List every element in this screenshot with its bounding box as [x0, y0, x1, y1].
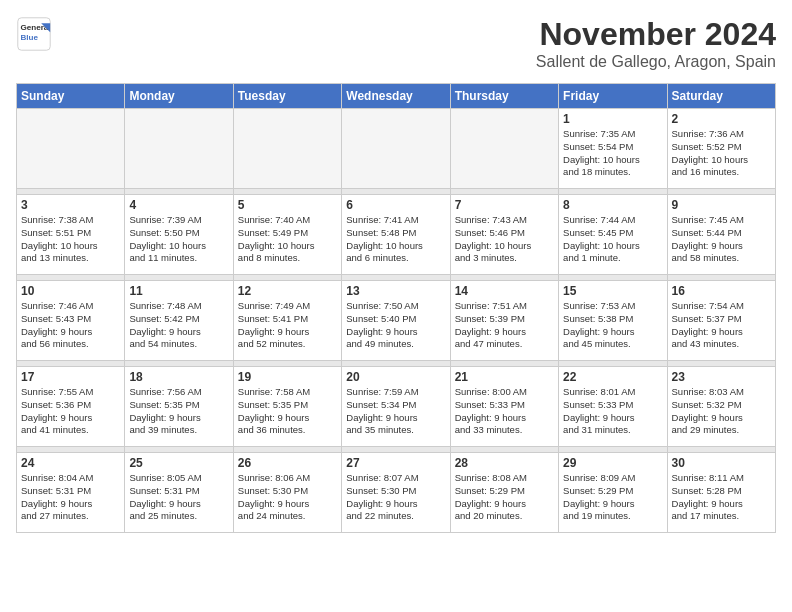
- table-row: 30Sunrise: 8:11 AM Sunset: 5:28 PM Dayli…: [667, 453, 775, 533]
- table-row: 17Sunrise: 7:55 AM Sunset: 5:36 PM Dayli…: [17, 367, 125, 447]
- day-info: Sunrise: 7:55 AM Sunset: 5:36 PM Dayligh…: [21, 386, 120, 437]
- header-sunday: Sunday: [17, 84, 125, 109]
- day-info: Sunrise: 7:45 AM Sunset: 5:44 PM Dayligh…: [672, 214, 771, 265]
- header-thursday: Thursday: [450, 84, 558, 109]
- header-monday: Monday: [125, 84, 233, 109]
- table-row: [342, 109, 450, 189]
- day-info: Sunrise: 8:05 AM Sunset: 5:31 PM Dayligh…: [129, 472, 228, 523]
- calendar-week-row: 17Sunrise: 7:55 AM Sunset: 5:36 PM Dayli…: [17, 367, 776, 447]
- day-number: 20: [346, 370, 445, 384]
- logo-icon: General Blue: [16, 16, 52, 52]
- table-row: [125, 109, 233, 189]
- day-info: Sunrise: 7:39 AM Sunset: 5:50 PM Dayligh…: [129, 214, 228, 265]
- day-info: Sunrise: 7:59 AM Sunset: 5:34 PM Dayligh…: [346, 386, 445, 437]
- day-number: 12: [238, 284, 337, 298]
- svg-text:Blue: Blue: [21, 33, 39, 42]
- header-wednesday: Wednesday: [342, 84, 450, 109]
- table-row: 16Sunrise: 7:54 AM Sunset: 5:37 PM Dayli…: [667, 281, 775, 361]
- day-info: Sunrise: 7:51 AM Sunset: 5:39 PM Dayligh…: [455, 300, 554, 351]
- title-area: November 2024 Sallent de Gallego, Aragon…: [536, 16, 776, 71]
- logo: General Blue: [16, 16, 52, 52]
- day-info: Sunrise: 7:41 AM Sunset: 5:48 PM Dayligh…: [346, 214, 445, 265]
- table-row: 3Sunrise: 7:38 AM Sunset: 5:51 PM Daylig…: [17, 195, 125, 275]
- day-info: Sunrise: 7:56 AM Sunset: 5:35 PM Dayligh…: [129, 386, 228, 437]
- header-friday: Friday: [559, 84, 667, 109]
- table-row: 8Sunrise: 7:44 AM Sunset: 5:45 PM Daylig…: [559, 195, 667, 275]
- calendar-week-row: 24Sunrise: 8:04 AM Sunset: 5:31 PM Dayli…: [17, 453, 776, 533]
- table-row: 5Sunrise: 7:40 AM Sunset: 5:49 PM Daylig…: [233, 195, 341, 275]
- day-number: 6: [346, 198, 445, 212]
- table-row: 6Sunrise: 7:41 AM Sunset: 5:48 PM Daylig…: [342, 195, 450, 275]
- calendar-header-row: Sunday Monday Tuesday Wednesday Thursday…: [17, 84, 776, 109]
- day-number: 25: [129, 456, 228, 470]
- day-number: 15: [563, 284, 662, 298]
- table-row: 20Sunrise: 7:59 AM Sunset: 5:34 PM Dayli…: [342, 367, 450, 447]
- table-row: 2Sunrise: 7:36 AM Sunset: 5:52 PM Daylig…: [667, 109, 775, 189]
- table-row: 13Sunrise: 7:50 AM Sunset: 5:40 PM Dayli…: [342, 281, 450, 361]
- calendar: Sunday Monday Tuesday Wednesday Thursday…: [16, 83, 776, 533]
- day-info: Sunrise: 7:44 AM Sunset: 5:45 PM Dayligh…: [563, 214, 662, 265]
- calendar-week-row: 10Sunrise: 7:46 AM Sunset: 5:43 PM Dayli…: [17, 281, 776, 361]
- table-row: 14Sunrise: 7:51 AM Sunset: 5:39 PM Dayli…: [450, 281, 558, 361]
- table-row: 21Sunrise: 8:00 AM Sunset: 5:33 PM Dayli…: [450, 367, 558, 447]
- table-row: 1Sunrise: 7:35 AM Sunset: 5:54 PM Daylig…: [559, 109, 667, 189]
- day-info: Sunrise: 7:40 AM Sunset: 5:49 PM Dayligh…: [238, 214, 337, 265]
- day-info: Sunrise: 7:50 AM Sunset: 5:40 PM Dayligh…: [346, 300, 445, 351]
- day-info: Sunrise: 8:07 AM Sunset: 5:30 PM Dayligh…: [346, 472, 445, 523]
- table-row: 24Sunrise: 8:04 AM Sunset: 5:31 PM Dayli…: [17, 453, 125, 533]
- table-row: 18Sunrise: 7:56 AM Sunset: 5:35 PM Dayli…: [125, 367, 233, 447]
- day-number: 22: [563, 370, 662, 384]
- day-number: 13: [346, 284, 445, 298]
- table-row: 28Sunrise: 8:08 AM Sunset: 5:29 PM Dayli…: [450, 453, 558, 533]
- day-info: Sunrise: 7:46 AM Sunset: 5:43 PM Dayligh…: [21, 300, 120, 351]
- table-row: 4Sunrise: 7:39 AM Sunset: 5:50 PM Daylig…: [125, 195, 233, 275]
- day-number: 18: [129, 370, 228, 384]
- day-number: 7: [455, 198, 554, 212]
- table-row: 23Sunrise: 8:03 AM Sunset: 5:32 PM Dayli…: [667, 367, 775, 447]
- day-info: Sunrise: 8:11 AM Sunset: 5:28 PM Dayligh…: [672, 472, 771, 523]
- table-row: 15Sunrise: 7:53 AM Sunset: 5:38 PM Dayli…: [559, 281, 667, 361]
- day-info: Sunrise: 8:00 AM Sunset: 5:33 PM Dayligh…: [455, 386, 554, 437]
- table-row: 27Sunrise: 8:07 AM Sunset: 5:30 PM Dayli…: [342, 453, 450, 533]
- table-row: [17, 109, 125, 189]
- header-tuesday: Tuesday: [233, 84, 341, 109]
- day-info: Sunrise: 8:01 AM Sunset: 5:33 PM Dayligh…: [563, 386, 662, 437]
- day-info: Sunrise: 7:38 AM Sunset: 5:51 PM Dayligh…: [21, 214, 120, 265]
- day-number: 23: [672, 370, 771, 384]
- day-info: Sunrise: 7:36 AM Sunset: 5:52 PM Dayligh…: [672, 128, 771, 179]
- day-info: Sunrise: 8:04 AM Sunset: 5:31 PM Dayligh…: [21, 472, 120, 523]
- day-info: Sunrise: 7:58 AM Sunset: 5:35 PM Dayligh…: [238, 386, 337, 437]
- header-saturday: Saturday: [667, 84, 775, 109]
- day-number: 28: [455, 456, 554, 470]
- day-number: 11: [129, 284, 228, 298]
- table-row: 12Sunrise: 7:49 AM Sunset: 5:41 PM Dayli…: [233, 281, 341, 361]
- table-row: 25Sunrise: 8:05 AM Sunset: 5:31 PM Dayli…: [125, 453, 233, 533]
- day-info: Sunrise: 7:53 AM Sunset: 5:38 PM Dayligh…: [563, 300, 662, 351]
- day-number: 3: [21, 198, 120, 212]
- month-title: November 2024: [536, 16, 776, 53]
- day-number: 9: [672, 198, 771, 212]
- day-number: 24: [21, 456, 120, 470]
- day-number: 1: [563, 112, 662, 126]
- table-row: 7Sunrise: 7:43 AM Sunset: 5:46 PM Daylig…: [450, 195, 558, 275]
- day-number: 2: [672, 112, 771, 126]
- day-info: Sunrise: 8:08 AM Sunset: 5:29 PM Dayligh…: [455, 472, 554, 523]
- table-row: 11Sunrise: 7:48 AM Sunset: 5:42 PM Dayli…: [125, 281, 233, 361]
- table-row: 29Sunrise: 8:09 AM Sunset: 5:29 PM Dayli…: [559, 453, 667, 533]
- day-number: 17: [21, 370, 120, 384]
- day-number: 10: [21, 284, 120, 298]
- day-number: 19: [238, 370, 337, 384]
- table-row: 22Sunrise: 8:01 AM Sunset: 5:33 PM Dayli…: [559, 367, 667, 447]
- day-info: Sunrise: 8:06 AM Sunset: 5:30 PM Dayligh…: [238, 472, 337, 523]
- header: General Blue November 2024 Sallent de Ga…: [16, 16, 776, 71]
- table-row: [233, 109, 341, 189]
- day-info: Sunrise: 7:43 AM Sunset: 5:46 PM Dayligh…: [455, 214, 554, 265]
- table-row: 10Sunrise: 7:46 AM Sunset: 5:43 PM Dayli…: [17, 281, 125, 361]
- table-row: [450, 109, 558, 189]
- day-info: Sunrise: 7:49 AM Sunset: 5:41 PM Dayligh…: [238, 300, 337, 351]
- day-info: Sunrise: 7:35 AM Sunset: 5:54 PM Dayligh…: [563, 128, 662, 179]
- day-number: 29: [563, 456, 662, 470]
- day-number: 26: [238, 456, 337, 470]
- table-row: 19Sunrise: 7:58 AM Sunset: 5:35 PM Dayli…: [233, 367, 341, 447]
- calendar-week-row: 3Sunrise: 7:38 AM Sunset: 5:51 PM Daylig…: [17, 195, 776, 275]
